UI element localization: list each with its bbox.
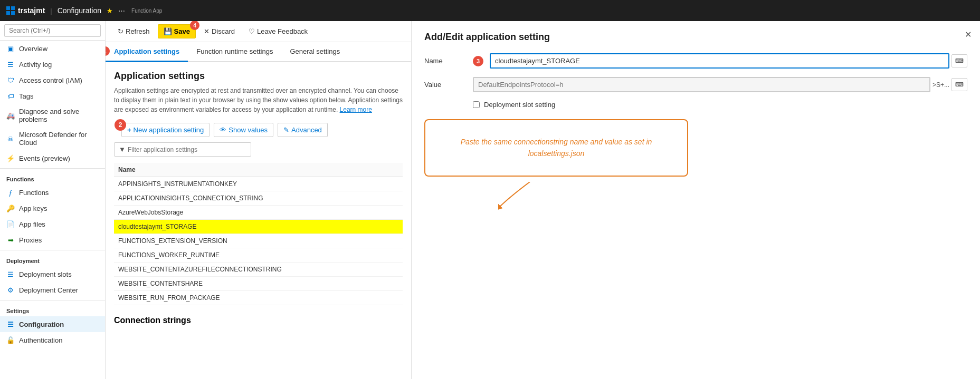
tab-function-runtime[interactable]: Function runtime settings	[188, 42, 281, 62]
sidebar-label-app-files: App files	[19, 220, 45, 228]
deployment-slot-label: Deployment slot setting	[484, 101, 555, 109]
key-icon: 🔑	[6, 204, 15, 212]
table-row[interactable]: WEBSITE_RUN_FROM_PACKAGE	[114, 291, 403, 305]
save-icon: 💾	[164, 27, 172, 35]
list-icon: ☰	[6, 60, 15, 69]
section-settings: Settings	[0, 303, 105, 316]
logo: trstajmt | Configuration ★ ⋯	[6, 6, 125, 15]
filter-bar: ▼	[114, 142, 251, 157]
tag-icon: 🏷	[6, 92, 15, 100]
name-copy-button[interactable]: ⌨	[952, 54, 967, 67]
setting-name: AzureWebJobsStorage	[114, 206, 403, 220]
table-row[interactable]: APPINSIGHTS_INSTRUMENTATIONKEY	[114, 177, 403, 191]
sidebar-item-functions[interactable]: ƒ Functions	[0, 184, 105, 200]
app-settings-content: Application settings Application setting…	[106, 62, 411, 379]
close-button[interactable]: ✕	[965, 30, 972, 40]
sidebar-item-events[interactable]: ⚡ Events (preview)	[0, 150, 105, 166]
section-description: Application settings are encrypted at re…	[114, 86, 403, 114]
sidebar-item-overview[interactable]: ▣ Overview	[0, 41, 105, 56]
search-box-container	[0, 21, 105, 41]
discard-button[interactable]: ✕ Discard	[198, 24, 241, 38]
refresh-button[interactable]: ↻ Refresh	[112, 24, 156, 38]
sidebar-item-configuration[interactable]: ☰ Configuration	[0, 316, 105, 332]
sidebar-label-authentication: Authentication	[19, 336, 62, 344]
connection-strings-title: Connection strings	[114, 316, 403, 325]
azure-logo-icon	[6, 6, 15, 15]
name-input-wrap: ⌨	[490, 53, 967, 69]
sidebar-item-proxies[interactable]: ➡ Proxies	[0, 232, 105, 248]
table-row-highlighted[interactable]: cloudtestajaymt_STORAGE	[114, 220, 403, 234]
value-input-wrap: >S+... ⌨	[473, 77, 967, 92]
step-3-badge: 3	[473, 56, 483, 66]
setting-name: FUNCTIONS_EXTENSION_VERSION	[114, 234, 403, 248]
settings-table: Name APPINSIGHTS_INSTRUMENTATIONKEY APPL…	[114, 163, 403, 305]
sidebar-label-diagnose: Diagnose and solve problems	[19, 108, 99, 123]
table-row[interactable]: APPLICATIONINSIGHTS_CONNECTION_STRING	[114, 191, 403, 206]
sidebar-label-overview: Overview	[19, 45, 47, 53]
sidebar-item-tags[interactable]: 🏷 Tags	[0, 88, 105, 104]
sidebar-item-authentication[interactable]: 🔓 Authentication	[0, 332, 105, 348]
col-name: Name	[114, 163, 403, 177]
sidebar-label-tags: Tags	[19, 92, 33, 100]
app-name: trstajmt	[18, 6, 45, 15]
sidebar-item-activity-log[interactable]: ☰ Activity log	[0, 56, 105, 72]
callout-arrow-icon	[498, 182, 562, 213]
sidebar-item-diagnose[interactable]: 🚑 Diagnose and solve problems	[0, 104, 105, 127]
sidebar-label-functions: Functions	[19, 189, 49, 197]
setting-name-highlighted: cloudtestajaymt_STORAGE	[114, 220, 403, 234]
proxy-icon: ➡	[6, 236, 15, 244]
learn-more-link[interactable]: Learn more	[340, 106, 372, 113]
filter-input[interactable]	[128, 146, 246, 153]
feedback-button[interactable]: ♡ Leave Feedback	[243, 24, 313, 38]
main-tabs: 1 Application settings Function runtime …	[106, 42, 411, 62]
search-input[interactable]	[4, 24, 101, 37]
save-button[interactable]: 💾 Save 4	[158, 24, 196, 38]
sidebar-label-defender: Microsoft Defender for Cloud	[19, 131, 99, 147]
setting-name: WEBSITE_CONTENTSHARE	[114, 277, 403, 291]
file-icon: 📄	[6, 220, 15, 228]
sidebar-label-app-keys: App keys	[19, 205, 47, 212]
tab-general[interactable]: General settings	[281, 42, 348, 62]
name-input[interactable]	[490, 53, 949, 69]
home-icon: ▣	[6, 44, 15, 53]
sidebar-item-app-keys[interactable]: 🔑 App keys	[0, 200, 105, 216]
value-form-row: Value >S+... ⌨	[424, 77, 967, 92]
table-row[interactable]: WEBSITE_CONTENTAZUREFILECONNECTIONSTRING	[114, 263, 403, 277]
setting-name: FUNCTIONS_WORKER_RUNTIME	[114, 248, 403, 263]
table-row[interactable]: AzureWebJobsStorage	[114, 206, 403, 220]
advanced-button[interactable]: ✎ Advanced	[278, 123, 328, 137]
show-values-button[interactable]: 👁 Show values	[214, 123, 273, 137]
shield-icon: 🛡	[6, 76, 15, 84]
table-row[interactable]: WEBSITE_CONTENTSHARE	[114, 277, 403, 291]
favorite-star-icon[interactable]: ★	[107, 7, 113, 15]
action-bar: 2 + New application setting 👁 Show value…	[114, 123, 403, 137]
table-row[interactable]: FUNCTIONS_WORKER_RUNTIME	[114, 248, 403, 263]
sidebar-label-access-control: Access control (IAM)	[19, 76, 82, 84]
new-setting-button[interactable]: 2 + New application setting	[121, 123, 210, 137]
setting-name: WEBSITE_RUN_FROM_PACKAGE	[114, 291, 403, 305]
function-icon: ƒ	[6, 188, 15, 197]
sidebar-label-events: Events (preview)	[19, 154, 70, 162]
more-options-icon[interactable]: ⋯	[118, 7, 125, 15]
value-input[interactable]	[473, 77, 930, 92]
slot-icon: ☰	[6, 270, 15, 278]
sidebar-item-access-control[interactable]: 🛡 Access control (IAM)	[0, 72, 105, 88]
sidebar-item-app-files[interactable]: 📄 App files	[0, 216, 105, 232]
sidebar-item-deployment-center[interactable]: ⚙ Deployment Center	[0, 282, 105, 298]
name-form-row: Name 3 ⌨	[424, 53, 967, 69]
setting-name: APPLICATIONINSIGHTS_CONNECTION_STRING	[114, 191, 403, 206]
lightning-icon: ⚡	[6, 154, 15, 162]
table-row[interactable]: FUNCTIONS_EXTENSION_VERSION	[114, 234, 403, 248]
tab-app-settings[interactable]: 1 Application settings	[106, 42, 188, 62]
refresh-icon: ↻	[118, 27, 123, 35]
value-copy-button[interactable]: ⌨	[952, 78, 967, 91]
stethoscope-icon: 🚑	[6, 111, 15, 120]
deployment-slot-checkbox[interactable]	[473, 101, 480, 108]
top-bar: trstajmt | Configuration ★ ⋯ Function Ap…	[0, 0, 980, 21]
sidebar-label-activity-log: Activity log	[19, 61, 52, 69]
pencil-icon: ✎	[283, 126, 289, 134]
value-label: Value	[424, 81, 467, 89]
setting-name: WEBSITE_CONTENTAZUREFILECONNECTIONSTRING	[114, 263, 403, 277]
sidebar-item-defender[interactable]: ☠ Microsoft Defender for Cloud	[0, 127, 105, 150]
sidebar-item-deployment-slots[interactable]: ☰ Deployment slots	[0, 266, 105, 282]
